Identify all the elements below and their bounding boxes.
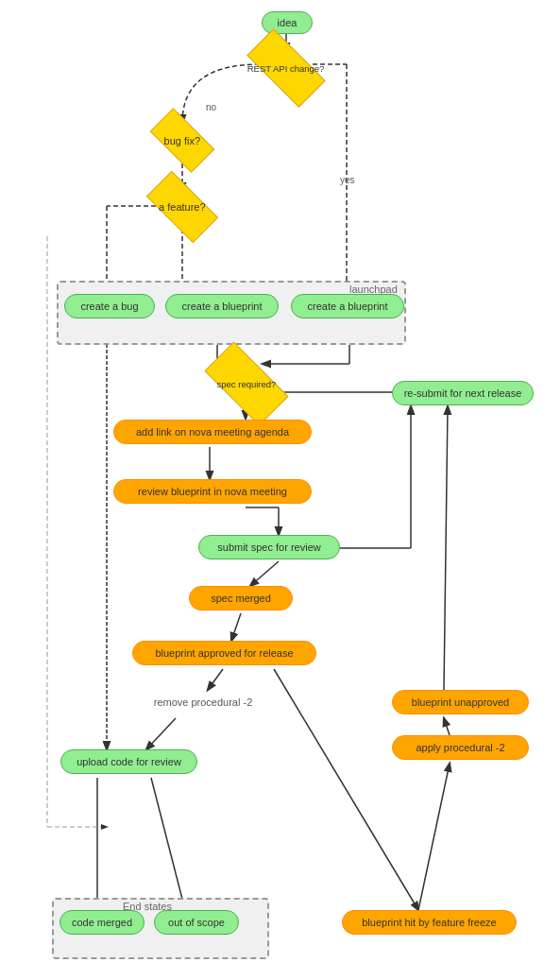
yes-label: yes (340, 175, 355, 185)
remove-procedural-node: remove procedural -2 (132, 690, 274, 714)
a-feature-node: a feature? (146, 171, 218, 243)
flowchart: launchpad End states idea REST API chang… (0, 0, 544, 980)
spec-required-node: spec required? (204, 341, 288, 425)
create-bug-node: create a bug (64, 294, 155, 318)
svg-line-18 (208, 669, 223, 690)
svg-line-24 (418, 764, 450, 910)
svg-line-21 (151, 778, 185, 910)
blueprint-unapproved-node: blueprint unapproved (392, 690, 529, 714)
apply-procedural-node: apply procedural -2 (392, 735, 529, 760)
svg-line-19 (146, 718, 176, 749)
add-link-node: add link on nova meeting agenda (113, 420, 312, 444)
create-blueprint2-node: create a blueprint (291, 294, 404, 318)
spec-merged-node: spec merged (189, 586, 293, 610)
no-label: no (206, 102, 216, 112)
idea-node: idea (262, 11, 313, 34)
review-blueprint-node: review blueprint in nova meeting (113, 479, 312, 504)
blueprint-feature-freeze-node: blueprint hit by feature freeze (342, 910, 517, 935)
upload-code-node: upload code for review (60, 749, 197, 774)
out-of-scope-node: out of scope (154, 910, 239, 935)
svg-line-17 (231, 613, 241, 641)
submit-spec-node: submit spec for review (198, 535, 340, 559)
svg-line-25 (444, 718, 450, 735)
create-blueprint1-node: create a blueprint (165, 294, 279, 318)
svg-line-26 (444, 406, 448, 690)
blueprint-approved-node: blueprint approved for release (132, 641, 316, 665)
rest-api-node: REST API change? (246, 28, 325, 107)
resubmit-node: re-submit for next release (392, 381, 534, 405)
code-merged-node: code merged (60, 910, 144, 935)
bug-fix-node: bug fix? (150, 108, 215, 173)
svg-line-16 (250, 561, 279, 586)
